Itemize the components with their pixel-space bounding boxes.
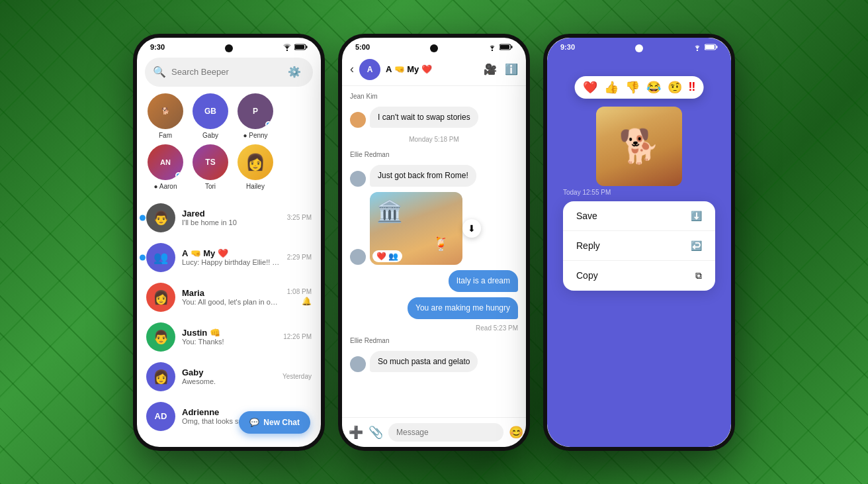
time-3: 9:30 [560, 43, 575, 51]
unread-indicator [140, 215, 146, 220]
chat-avatar-group: 👥 [146, 243, 175, 272]
new-chat-label: New Chat [263, 418, 300, 427]
list-item[interactable]: 👥 A 🤜 My ❤️ Lucy: Happy birthday Ellie!!… [137, 238, 321, 277]
phone-1-screen: 9:30 🔍 ⚙️ [137, 38, 321, 447]
story-hailey[interactable]: 👩 Hailey [238, 144, 273, 190]
phone-2-screen: 5:00 ‹ A A 🤜 My ❤️ 🎥 ℹ️ [342, 38, 526, 447]
chat-time: 1:08 PM [287, 288, 312, 295]
message-bubble: Just got back from Rome! [370, 165, 476, 187]
chat-avatar-maria: 👩 [146, 283, 175, 312]
copy-icon: ⧉ [695, 270, 702, 281]
add-icon[interactable]: ➕ [349, 425, 363, 440]
chat-info-gaby2: Gaby Awesome. [182, 367, 276, 385]
svg-rect-7 [500, 45, 509, 49]
chat-time: 12:26 PM [283, 333, 312, 340]
message-bubble: I can't wait to swap stories [370, 107, 478, 128]
stories-row-2: AN ● Aaron TS Tori 👩 Hailey [137, 144, 321, 198]
sender-label: Ellie Redman [350, 337, 518, 344]
image-message-row: 🏛️ 🍹 ❤️ 👥 ⬇ [350, 192, 518, 265]
context-menu: Save ⬇️ Reply ↩️ Copy ⧉ [563, 201, 715, 291]
story-fam[interactable]: 🐕 Fam [148, 93, 183, 139]
my-message-row: Italy is a dream [350, 270, 518, 292]
message-row: I can't wait to swap stories [350, 107, 518, 128]
settings-icon[interactable]: ⚙️ [288, 66, 301, 78]
shared-photo[interactable]: 🐕 [596, 107, 682, 186]
wifi-icon-1 [282, 43, 292, 51]
reaction-bar: ❤️ 👍 👎 😂 🤨 ‼️ [575, 76, 704, 99]
chat-time: 3:25 PM [287, 214, 312, 221]
online-indicator [265, 121, 272, 128]
emoji-icon[interactable]: 😊 [509, 425, 523, 440]
context-save[interactable]: Save ⬇️ [563, 201, 715, 231]
reaction-laugh[interactable]: 😂 [646, 80, 661, 95]
dog-photo-content: 🐕 [596, 107, 682, 186]
reply-label: Reply [576, 240, 600, 251]
reaction-heart[interactable]: ❤️ [583, 80, 597, 95]
chat-header: ‹ A A 🤜 My ❤️ 🎥 ℹ️ [342, 54, 526, 86]
story-fam-label: Fam [159, 132, 172, 139]
context-copy[interactable]: Copy ⧉ [563, 261, 715, 291]
messages-area: Jean Kim I can't wait to swap stories Mo… [342, 86, 526, 422]
battery-icon-3 [705, 44, 718, 50]
story-hailey-label: Hailey [246, 183, 265, 190]
list-item[interactable]: 👨 Jared I'll be home in 10 3:25 PM [137, 198, 321, 238]
download-button[interactable]: ⬇ [462, 219, 481, 238]
chat-info-jared: Jared I'll be home in 10 [182, 209, 281, 226]
story-penny[interactable]: P ● Penny [238, 93, 273, 139]
svg-rect-2 [306, 46, 308, 48]
chat-list: 👨 Jared I'll be home in 10 3:25 PM 👥 A 🤜… [137, 198, 321, 436]
chat-info-group: A 🤜 My ❤️ Lucy: Happy birthday Ellie!! H… [182, 248, 281, 267]
chat-time: Yesterday [282, 373, 312, 380]
status-icons-3 [692, 43, 718, 51]
svg-point-4 [492, 49, 493, 50]
unread-indicator [140, 254, 146, 260]
list-item[interactable]: 👨 Justin 👊 You: Thanks! 12:26 PM [137, 317, 321, 357]
message-bubble: So much pasta and gelato [370, 351, 478, 373]
reaction-thumbsdown[interactable]: 👎 [625, 80, 640, 95]
message-row: So much pasta and gelato [350, 351, 518, 373]
reaction-thumbsup[interactable]: 👍 [604, 80, 619, 95]
phone-3: 9:30 ❤️ 👍 👎 😂 🤨 ‼️ [543, 34, 735, 451]
reaction-exclaim[interactable]: ‼️ [689, 80, 696, 95]
list-item[interactable]: 👩 Gaby Awesome. Yesterday [137, 357, 321, 397]
image-container: 🏛️ 🍹 ❤️ 👥 ⬇ [370, 192, 462, 265]
new-chat-button[interactable]: 💬 New Chat [239, 411, 310, 434]
story-gaby-label: Gaby [202, 132, 218, 139]
story-tori[interactable]: TS Tori [193, 144, 228, 190]
chat-info-maria: Maria You: All good, let's plan in our m… [182, 288, 281, 306]
chat-avatar-justin: 👨 [146, 322, 175, 352]
save-icon: ⬇️ [691, 211, 702, 221]
status-icons-1 [282, 43, 308, 51]
back-button[interactable]: ‹ [350, 62, 354, 76]
attachment-icon[interactable]: 📎 [369, 425, 383, 440]
my-message-bubble: You are making me hungry [408, 297, 518, 319]
svg-rect-3 [295, 45, 304, 49]
header-icons: 🎥 ℹ️ [484, 63, 518, 75]
sender-avatar [350, 249, 366, 265]
aaron-online [175, 172, 182, 179]
time-1: 9:30 [150, 43, 165, 51]
video-call-icon[interactable]: 🎥 [484, 63, 497, 75]
context-reply[interactable]: Reply ↩️ [563, 231, 715, 261]
time-divider: Monday 5:18 PM [350, 136, 518, 143]
battery-icon-1 [294, 44, 308, 50]
story-aaron[interactable]: AN ● Aaron [148, 144, 183, 190]
chat-name: Gaby [182, 367, 276, 377]
search-input[interactable] [171, 67, 282, 77]
group-avatar: A [359, 59, 380, 80]
sender-avatar [350, 112, 366, 128]
info-icon[interactable]: ℹ️ [505, 63, 518, 75]
story-gaby[interactable]: Welcome toblue bubbles! GB Gaby [193, 93, 228, 139]
save-label: Save [576, 211, 597, 221]
svg-rect-11 [705, 45, 715, 49]
time-2: 5:00 [355, 43, 370, 51]
reaction-badge: ❤️ 👥 [372, 250, 402, 262]
message-input[interactable] [388, 423, 503, 442]
reaction-skeptical[interactable]: 🤨 [668, 80, 682, 95]
stories-row-1: 🐕 Fam Welcome toblue bubbles! GB Gaby P [137, 93, 321, 147]
chat-preview: You: All good, let's plan in our meeting… [182, 298, 281, 306]
search-bar[interactable]: 🔍 ⚙️ [145, 58, 313, 87]
wifi-icon-3 [692, 43, 703, 51]
list-item[interactable]: 👩 Maria You: All good, let's plan in our… [137, 277, 321, 317]
message-timestamp: Today 12:55 PM [547, 189, 731, 196]
